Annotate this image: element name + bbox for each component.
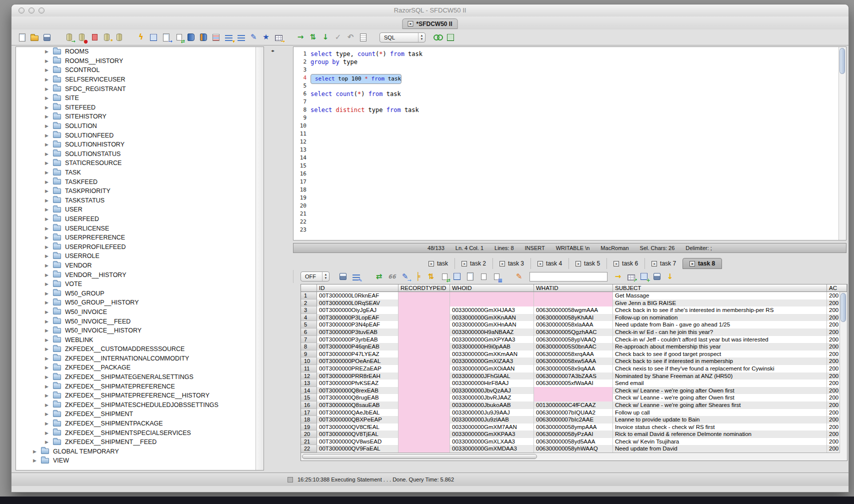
tree-item[interactable]: ▶USERROLE xyxy=(16,252,264,261)
editor-line[interactable]: 18 xyxy=(294,186,846,194)
editor-line[interactable]: 23 xyxy=(294,226,846,234)
disclosure-triangle-icon[interactable]: ▶ xyxy=(45,374,53,380)
tree-view-icon[interactable]: ╞ xyxy=(412,272,424,282)
cell-id[interactable]: 00T3000000P46qnEAB xyxy=(317,343,398,350)
disclosure-triangle-icon[interactable]: ▶ xyxy=(45,421,53,426)
cell-recordtypeid[interactable] xyxy=(398,372,450,380)
tab-task[interactable]: ×task xyxy=(422,258,454,269)
vertical-scrollbar-thumb[interactable] xyxy=(840,293,846,322)
cell-whatid[interactable]: 006300000058ympAAA xyxy=(534,424,613,431)
fetch-more-icon[interactable]: ↓ xyxy=(664,272,676,282)
close-tab-icon[interactable]: × xyxy=(462,261,467,266)
tree-item[interactable]: ▶USERLICENSE xyxy=(16,224,264,233)
cell-whatid[interactable]: 006300000058xrqAAA xyxy=(534,350,613,358)
tree-item[interactable]: ▶W50_GROUP__HISTORY xyxy=(16,298,264,308)
close-tab-icon[interactable]: × xyxy=(428,261,434,266)
editor-line[interactable]: 19 xyxy=(294,194,846,202)
editor-line[interactable]: 6select count(*) from task xyxy=(294,90,846,98)
cell-whatid[interactable]: 00630000005xfWaAAI xyxy=(534,380,613,387)
disclosure-triangle-icon[interactable]: ▶ xyxy=(45,77,53,82)
cell-whoid[interactable]: 0033000000JbvQzAAJ xyxy=(450,387,534,394)
tree-item[interactable]: ▶ZKFEDEX__SHIPMENT xyxy=(16,410,264,419)
cell-id[interactable]: 00T3000000Q8rugEAB xyxy=(317,394,398,402)
cell-subject[interactable]: Re-approach about membership this year xyxy=(613,343,827,350)
cell-id[interactable]: 00T3000000OiyJgEAJ xyxy=(317,306,398,314)
close-tab-icon[interactable]: × xyxy=(614,261,619,266)
search-input[interactable] xyxy=(530,272,608,282)
cell-rownum[interactable]: 4 xyxy=(301,314,317,322)
cell-rownum[interactable]: 19 xyxy=(301,424,317,431)
table-row[interactable]: 800T3000000P46qnEAB0033000000H9i0pAAB006… xyxy=(301,343,847,350)
refresh-results-icon[interactable]: ⇄ xyxy=(374,272,384,282)
tab-task-7[interactable]: ×task 7 xyxy=(644,258,682,269)
cell-rownum[interactable]: 8 xyxy=(301,343,317,350)
connect-db-icon[interactable]: → xyxy=(64,32,74,42)
disclosure-triangle-icon[interactable]: ▶ xyxy=(45,254,53,258)
editor-line[interactable]: 20 xyxy=(294,202,846,210)
cell-recordtypeid[interactable] xyxy=(398,292,450,300)
cell-recordtypeid[interactable] xyxy=(398,430,450,438)
cell-subject[interactable]: Check back to see if interested in membe… xyxy=(613,358,827,365)
filter-icon[interactable]: ▾ xyxy=(223,32,234,42)
cell-subject[interactable]: Check back to see if good target prospec… xyxy=(613,350,827,358)
export-results-icon[interactable]: ↗ xyxy=(626,272,636,282)
disclosure-triangle-icon[interactable]: ▶ xyxy=(45,235,53,240)
cell-id[interactable]: 00T3000000QV8TjEAL xyxy=(317,430,398,438)
tab-task-3[interactable]: ×task 3 xyxy=(492,258,530,269)
disclosure-triangle-icon[interactable]: ▶ xyxy=(45,188,53,194)
cell-whoid[interactable]: 0033000000JbvRJAAZ xyxy=(450,394,534,402)
cell-id[interactable]: 00T3000000PfvKSEAZ xyxy=(317,380,398,387)
cell-subject[interactable]: Get Massage xyxy=(613,292,827,300)
cell-subject[interactable]: Nominated by Shane Freeman at ANZ (HR50) xyxy=(613,372,827,380)
cell-subject[interactable]: Check-in w/ Jeff - couldn't afford last … xyxy=(613,336,827,344)
cell-whatid[interactable]: 006300000058wgmAAA xyxy=(534,306,613,314)
tree-item[interactable]: ▶SOLUTIONSTATUS xyxy=(16,150,264,159)
statement-type-select[interactable]: SQL ▲▼ xyxy=(380,32,426,42)
disclosure-triangle-icon[interactable]: ▶ xyxy=(45,244,53,250)
copy-rows-icon[interactable] xyxy=(478,272,488,282)
column-header-rownum[interactable] xyxy=(301,284,317,292)
editor-line[interactable]: 1select type, count(*) from task xyxy=(294,50,846,58)
cell-subject[interactable]: Invoice status check - check w/ RS first xyxy=(613,424,827,431)
editor-scrollbar-thumb[interactable] xyxy=(840,48,845,74)
glasses-icon[interactable]: 66 xyxy=(386,272,398,282)
tree-item[interactable]: ▶TASK xyxy=(16,168,264,178)
tree-item[interactable]: ▶ZKFEDEX__SHIPMATEPREFERENCE xyxy=(16,382,264,391)
document-tab[interactable]: × *SFDCW50 II xyxy=(402,18,458,29)
tree-item[interactable]: ▶ZKFEDEX__SHIPMENT__FEED xyxy=(16,438,264,447)
disclosure-triangle-icon[interactable]: ▶ xyxy=(45,272,53,278)
disclosure-triangle-icon[interactable]: ▶ xyxy=(45,393,53,398)
cell-id[interactable]: 00T3000000POeAnEAL xyxy=(317,358,398,365)
disclosure-triangle-icon[interactable]: ▶ xyxy=(45,319,53,324)
cell-whatid[interactable] xyxy=(534,292,613,300)
cell-subject[interactable]: Check back in to see if she's interested… xyxy=(613,306,827,314)
cell-whoid[interactable]: 0033000000JbukoAAB xyxy=(450,402,534,409)
tab-task-4[interactable]: ×task 4 xyxy=(530,258,568,269)
cell-recordtypeid[interactable] xyxy=(398,321,450,328)
column-header-WHATID[interactable]: WHATID xyxy=(534,284,613,292)
tree-item[interactable]: ▶VENDOR__HISTORY xyxy=(16,270,264,280)
disclosure-triangle-icon[interactable]: ▶ xyxy=(45,216,53,222)
describe-table-icon[interactable] xyxy=(148,32,159,42)
editor-line[interactable]: 16 xyxy=(294,170,846,178)
compare-icon[interactable]: ⇄ xyxy=(173,32,184,42)
disconnect-db-icon[interactable]: ● xyxy=(76,32,87,42)
cell-id[interactable]: 00T3000000QV9FaEAL xyxy=(317,445,398,452)
cell-subject[interactable]: Follow up call xyxy=(613,409,827,416)
tab-task-2[interactable]: ×task 2 xyxy=(454,258,492,269)
disclosure-triangle-icon[interactable]: ▶ xyxy=(45,152,53,156)
cell-whatid[interactable]: 006300000058yd5AAA xyxy=(534,438,613,446)
tab-task-8[interactable]: ×task 8 xyxy=(682,258,722,269)
editor-line[interactable]: 4select top 100 * from task xyxy=(294,74,846,82)
cell-recordtypeid[interactable] xyxy=(398,438,450,446)
cell-whoid[interactable]: 0033000000GmXPYAA3 xyxy=(450,336,534,344)
tree-item[interactable]: ▶SITE xyxy=(16,94,264,103)
go-icon[interactable]: → xyxy=(612,272,624,282)
disclosure-triangle-icon[interactable]: ▶ xyxy=(45,291,53,296)
cell-id[interactable]: 00T3000000P3tuvEAB xyxy=(317,328,398,336)
cell-subject[interactable]: Check nexis to see if they've found a re… xyxy=(613,365,827,372)
edit-cell-icon[interactable]: ✎→ xyxy=(400,272,410,282)
cell-whatid[interactable]: 006300000058yPzAAI xyxy=(534,430,613,438)
cell-whoid[interactable]: 0033000000Ju9zlAAB xyxy=(450,416,534,424)
cell-whoid[interactable]: 0033000000JFhGlAAL xyxy=(450,372,534,380)
